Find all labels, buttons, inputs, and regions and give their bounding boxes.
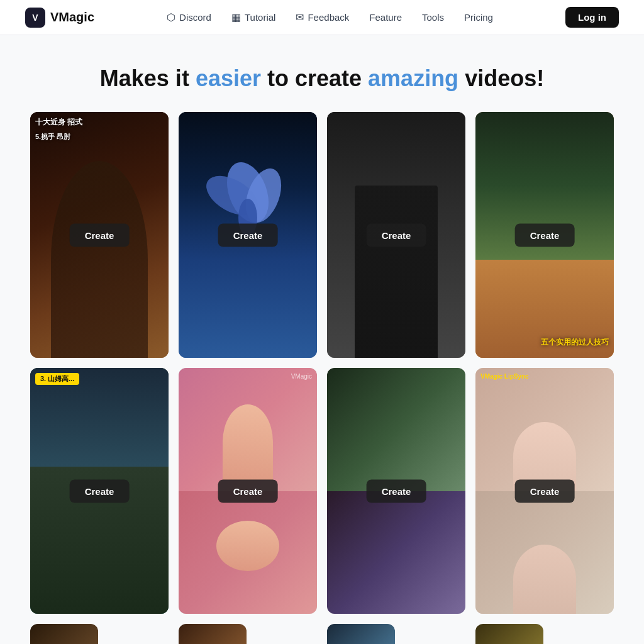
tutorial-icon: ▦ <box>231 11 241 23</box>
nav-feature[interactable]: Feature <box>369 12 402 23</box>
nav-tutorial[interactable]: ▦ Tutorial <box>231 11 275 23</box>
navbar: V VMagic ⬡ Discord ▦ Tutorial ✉ Feedback… <box>0 0 644 35</box>
card-4[interactable]: 五个实用的过人技巧 Create <box>475 112 614 358</box>
gallery: 十大近身 招式 5.挑手 昂肘 Create Create <box>0 112 644 644</box>
nav-feedback[interactable]: ✉ Feedback <box>296 11 349 23</box>
card-5[interactable]: 3. 山姆高... Create <box>30 368 169 614</box>
card-btm-1[interactable] <box>30 624 98 644</box>
gallery-row-2: 3. 山姆高... Create VMagic Create <box>30 368 614 614</box>
hero-amazing: amazing <box>368 65 458 91</box>
card-1-cn-top: 十大近身 招式 <box>35 117 82 128</box>
card-4-create-btn[interactable]: Create <box>515 223 575 247</box>
card-2[interactable]: Create <box>179 112 317 358</box>
nav-pricing[interactable]: Pricing <box>464 12 493 23</box>
hero-section: Makes it easier to create amazing videos… <box>0 35 644 112</box>
gallery-row-1: 十大近身 招式 5.挑手 昂肘 Create Create <box>30 112 614 358</box>
hero-text-1: Makes it <box>100 65 196 91</box>
card-1-create-btn[interactable]: Create <box>70 223 130 247</box>
hero-text-3: videos! <box>465 65 544 91</box>
card-3[interactable]: Create <box>327 112 465 358</box>
card-7[interactable]: Create <box>327 368 465 614</box>
card-5-create-btn[interactable]: Create <box>70 479 130 502</box>
nav-discord[interactable]: ⬡ Discord <box>167 11 211 23</box>
discord-icon: ⬡ <box>167 11 175 23</box>
card-btm-2[interactable] <box>179 624 247 644</box>
card-6[interactable]: VMagic Create <box>179 368 317 614</box>
logo-icon: V <box>25 8 45 28</box>
card-5-badge: 3. 山姆高... <box>35 373 79 385</box>
card-7-create-btn[interactable]: Create <box>367 479 426 502</box>
card-6-create-btn[interactable]: Create <box>218 479 278 502</box>
feedback-icon: ✉ <box>296 11 304 23</box>
card-1[interactable]: 十大近身 招式 5.挑手 昂肘 Create <box>30 112 169 358</box>
nav-tools[interactable]: Tools <box>422 12 444 23</box>
card-2-create-btn[interactable]: Create <box>218 223 278 247</box>
hero-easier: easier <box>196 65 261 91</box>
nav-links: ⬡ Discord ▦ Tutorial ✉ Feedback Feature … <box>167 11 493 23</box>
card-6-vmagic: VMagic <box>291 373 312 380</box>
brand-name: VMagic <box>50 10 94 25</box>
card-8-create-btn[interactable]: Create <box>515 479 575 502</box>
card-btm-3[interactable] <box>327 624 395 644</box>
card-1-cn-sub: 5.挑手 昂肘 <box>35 132 70 142</box>
card-btm-4[interactable]: 爆击 拔剑 <box>475 624 543 644</box>
card-4-cn: 五个实用的过人技巧 <box>541 337 609 348</box>
hero-text-2: to create <box>267 65 368 91</box>
card-8[interactable]: VMagic LipSync Create <box>475 368 614 614</box>
gallery-row-3: 爆击 拔剑 <box>30 624 614 644</box>
hero-headline: Makes it easier to create amazing videos… <box>13 65 631 92</box>
card-8-lipsync: VMagic LipSync <box>480 373 529 380</box>
login-button[interactable]: Log in <box>565 7 619 28</box>
card-3-create-btn[interactable]: Create <box>367 223 426 247</box>
brand-logo[interactable]: V VMagic <box>25 8 94 28</box>
